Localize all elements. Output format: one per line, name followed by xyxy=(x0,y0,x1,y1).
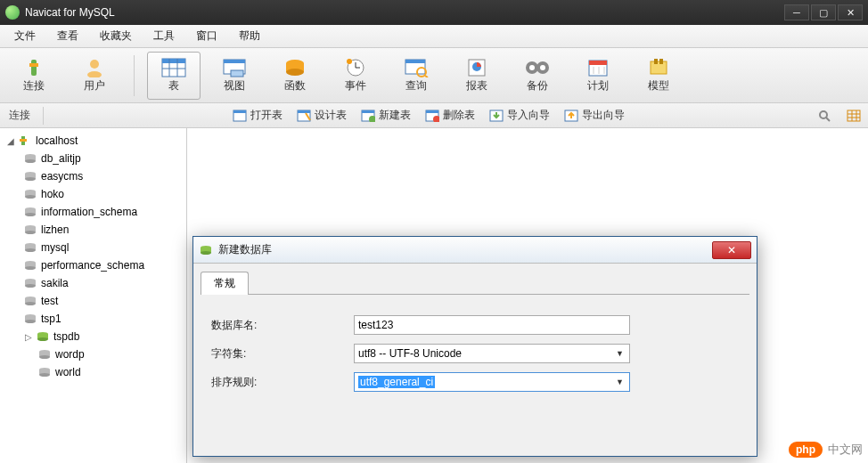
svg-rect-20 xyxy=(405,60,425,63)
svg-rect-1 xyxy=(29,63,38,67)
charset-value: utf8 -- UTF-8 Unicode xyxy=(358,347,462,360)
backup-icon xyxy=(525,57,550,78)
toolbar-model[interactable]: 模型 xyxy=(632,52,685,100)
svg-point-64 xyxy=(25,177,36,181)
database-icon xyxy=(37,348,52,361)
toolbar-event[interactable]: 事件 xyxy=(329,52,382,100)
tree-item[interactable]: mysql xyxy=(0,239,186,256)
tree-item[interactable]: easycms xyxy=(0,167,186,185)
database-icon xyxy=(23,313,37,325)
toolbar-user[interactable]: 用户 xyxy=(68,52,121,100)
toolbar-backup-label: 备份 xyxy=(527,78,548,93)
toolbar-report[interactable]: 报表 xyxy=(450,52,504,100)
collation-label: 排序规则: xyxy=(211,375,354,390)
plug-icon xyxy=(21,57,46,78)
tree-root-label: localhost xyxy=(36,134,78,147)
tree-item[interactable]: performance_schema xyxy=(0,256,186,274)
export-wizard-button[interactable]: 导出向导 xyxy=(557,106,632,125)
charset-combo[interactable]: utf8 -- UTF-8 Unicode ▼ xyxy=(354,344,630,363)
table-delete-icon xyxy=(425,110,439,122)
tree-item[interactable]: world xyxy=(0,363,186,381)
toolbar-view[interactable]: 视图 xyxy=(208,52,261,100)
grid-view-button[interactable] xyxy=(839,108,868,124)
maximize-button[interactable]: ▢ xyxy=(811,4,836,20)
toolbar-query-label: 查询 xyxy=(405,78,427,93)
collation-combo[interactable]: utf8_general_ci ▼ xyxy=(354,372,630,392)
svg-rect-10 xyxy=(224,60,245,63)
tree-item[interactable]: wordp xyxy=(0,345,186,363)
tree-item[interactable]: db_alitjp xyxy=(0,150,186,167)
svg-line-22 xyxy=(425,76,428,77)
tree-item[interactable]: hoko xyxy=(0,185,186,203)
toolbar-connect[interactable]: 连接 xyxy=(7,52,61,100)
watermark: php 中文网 xyxy=(789,442,863,458)
toolbar-plan-label: 计划 xyxy=(587,78,609,93)
tree-item[interactable]: test xyxy=(0,292,186,310)
svg-point-79 xyxy=(25,266,36,270)
search-button[interactable] xyxy=(811,108,839,124)
toolbar-report-label: 报表 xyxy=(466,78,487,93)
db-name-input[interactable] xyxy=(354,315,630,335)
close-button[interactable]: ✕ xyxy=(838,4,863,20)
svg-point-88 xyxy=(25,320,36,323)
tree-item[interactable]: lizhen xyxy=(0,221,186,239)
server-icon xyxy=(18,134,32,147)
tab-general[interactable]: 常规 xyxy=(201,272,249,295)
menu-tools[interactable]: 工具 xyxy=(143,25,185,47)
menu-view[interactable]: 查看 xyxy=(46,25,89,47)
search-icon xyxy=(818,110,832,122)
connection-tree: ◢ localhost db_alitjp easycms hoko infor… xyxy=(0,128,187,463)
grid-icon xyxy=(847,110,861,122)
database-icon xyxy=(23,277,37,289)
expander-icon[interactable]: ◢ xyxy=(5,135,16,146)
svg-rect-58 xyxy=(20,139,27,142)
svg-point-50 xyxy=(820,111,827,118)
toolbar-backup[interactable]: 备份 xyxy=(511,52,564,100)
minimize-button[interactable]: ─ xyxy=(784,4,809,20)
chevron-down-icon: ▼ xyxy=(616,349,626,358)
svg-rect-52 xyxy=(848,110,860,121)
svg-point-91 xyxy=(37,337,48,341)
database-icon xyxy=(37,366,52,378)
dialog-close-button[interactable]: ✕ xyxy=(712,241,751,259)
tree-item-tspdb[interactable]: ▷tspdb xyxy=(0,328,186,345)
divider xyxy=(43,107,44,125)
tree-item[interactable]: tsp1 xyxy=(0,310,186,328)
tree-item[interactable]: sakila xyxy=(0,274,186,292)
import-icon xyxy=(489,110,504,122)
menu-favorites[interactable]: 收藏夹 xyxy=(89,25,143,47)
toolbar-user-label: 用户 xyxy=(84,78,105,93)
svg-point-3 xyxy=(87,71,102,77)
database-icon xyxy=(23,223,37,236)
tree-root-localhost[interactable]: ◢ localhost xyxy=(0,132,186,150)
toolbar-plan[interactable]: 计划 xyxy=(571,52,625,100)
open-table-button[interactable]: 打开表 xyxy=(225,106,290,125)
toolbar-function[interactable]: 函数 xyxy=(268,52,322,100)
database-open-icon xyxy=(36,330,50,343)
database-icon xyxy=(23,188,37,200)
menubar: 文件 查看 收藏夹 工具 窗口 帮助 xyxy=(0,25,868,48)
svg-rect-0 xyxy=(31,60,37,76)
toolbar-event-label: 事件 xyxy=(345,78,366,93)
svg-point-67 xyxy=(25,195,36,199)
database-icon xyxy=(23,206,37,218)
dialog-titlebar[interactable]: 新建数据库 ✕ xyxy=(193,237,757,264)
chevron-down-icon: ▼ xyxy=(616,378,626,386)
table-icon xyxy=(161,57,186,78)
import-wizard-button[interactable]: 导入向导 xyxy=(482,106,557,125)
menu-file[interactable]: 文件 xyxy=(4,25,46,47)
new-table-button[interactable]: 新建表 xyxy=(354,106,418,125)
toolbar-table[interactable]: 表 xyxy=(147,52,201,100)
menu-help[interactable]: 帮助 xyxy=(228,25,271,47)
expander-icon[interactable]: ▷ xyxy=(23,331,34,342)
clock-icon xyxy=(343,57,368,78)
subbar-label: 连接 xyxy=(0,108,39,123)
table-small-icon xyxy=(233,110,247,122)
delete-table-button[interactable]: 删除表 xyxy=(418,106,482,125)
design-table-button[interactable]: 设计表 xyxy=(290,106,354,125)
svg-rect-36 xyxy=(659,59,663,64)
tree-item[interactable]: information_schema xyxy=(0,203,186,221)
toolbar-query[interactable]: 查询 xyxy=(389,52,443,100)
menu-window[interactable]: 窗口 xyxy=(185,25,228,47)
svg-rect-35 xyxy=(654,59,658,64)
